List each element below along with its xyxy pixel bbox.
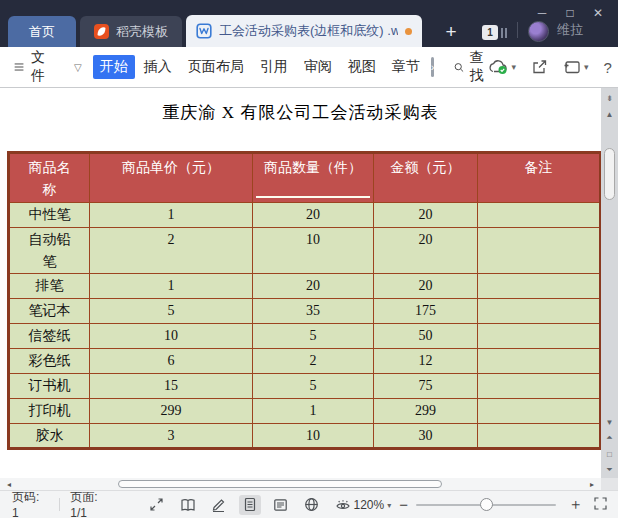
zoom-level-label[interactable]: 120% (354, 498, 385, 512)
file-menu-button[interactable]: 文件 (14, 49, 50, 85)
eye-protect-button[interactable] (332, 495, 354, 515)
horizontal-scroll-thumb[interactable] (118, 480, 442, 488)
table-cell[interactable]: 175 (374, 299, 478, 324)
scroll-down-arrow[interactable]: ▼ (606, 414, 614, 430)
menu-tab-引用[interactable]: 引用 (253, 55, 295, 79)
table-cell[interactable]: 订书机 (9, 374, 90, 399)
table-cell[interactable] (478, 374, 601, 399)
table-cell[interactable]: 打印机 (9, 399, 90, 424)
previous-page-button[interactable]: ⏶ (606, 430, 614, 446)
browse-object-button[interactable]: □ (606, 446, 614, 462)
table-cell[interactable] (478, 399, 601, 424)
table-cell[interactable]: 10 (90, 324, 253, 349)
table-cell[interactable]: 5 (253, 374, 374, 399)
table-cell[interactable]: 2 (90, 228, 253, 274)
table-cell[interactable]: 2 (253, 349, 374, 374)
user-avatar[interactable] (528, 21, 549, 42)
zoom-dropdown-icon[interactable]: ▾ (387, 501, 391, 510)
table-cell[interactable]: 30 (374, 424, 478, 449)
next-page-button[interactable]: ⏷ (606, 462, 614, 478)
scroll-up-arrow[interactable]: ▲ (601, 106, 618, 122)
table-cell[interactable]: 1 (90, 274, 253, 299)
table-cell[interactable]: 10 (253, 424, 374, 449)
cloud-sync-button[interactable]: ▾ (488, 59, 516, 75)
write-mode-button[interactable] (208, 495, 230, 515)
table-cell[interactable]: 75 (374, 374, 478, 399)
table-cell[interactable]: 20 (253, 203, 374, 228)
outline-view-button[interactable] (270, 495, 292, 515)
username-label[interactable]: 维拉 (557, 21, 583, 39)
table-cell[interactable]: 6 (90, 349, 253, 374)
table-cell[interactable]: 3 (90, 424, 253, 449)
menu-tab-页面布局[interactable]: 页面布局 (181, 55, 251, 79)
find-button[interactable]: 查找 (454, 49, 488, 85)
table-header-cell[interactable]: 金额（元） (374, 153, 478, 203)
menu-tab-开始[interactable]: 开始 (93, 55, 135, 79)
table-cell[interactable]: 1 (253, 399, 374, 424)
scroll-left-arrow[interactable]: ◂ (0, 480, 18, 489)
new-tab-button[interactable]: + (436, 21, 466, 43)
more-tabs-button[interactable]: › (431, 57, 435, 77)
table-cell[interactable] (478, 324, 601, 349)
table-cell[interactable]: 彩色纸 (9, 349, 90, 374)
table-cell[interactable]: 20 (253, 274, 374, 299)
ribbon-dropdown-icon[interactable]: ▽ (74, 62, 82, 73)
scroll-right-arrow[interactable]: ▸ (583, 480, 601, 489)
tab-home[interactable]: 首页 (8, 16, 76, 47)
table-cell[interactable] (478, 424, 601, 449)
menu-tab-章节[interactable]: 章节 (385, 55, 427, 79)
table-cell[interactable]: 笔记本 (9, 299, 90, 324)
read-layout-button[interactable] (177, 495, 199, 515)
document-heading[interactable]: 重庆渝 X 有限公司工会活动采购表 (0, 101, 601, 124)
table-cell[interactable]: 20 (374, 203, 478, 228)
table-cell[interactable] (478, 349, 601, 374)
table-header-cell[interactable]: 备注 (478, 153, 601, 203)
table-cell[interactable] (478, 299, 601, 324)
table-cell[interactable]: 20 (374, 274, 478, 299)
table-cell[interactable]: 10 (253, 228, 374, 274)
table-header-cell[interactable]: 商品名 称 (9, 153, 90, 203)
table-cell[interactable]: 299 (90, 399, 253, 424)
tab-document[interactable]: 工会活动采购表(边框和底纹) .wps (186, 15, 422, 47)
table-header-cell[interactable]: 商品单价（元） (90, 153, 253, 203)
table-cell[interactable]: 中性笔 (9, 203, 90, 228)
table-cell[interactable]: 5 (253, 324, 374, 349)
table-cell[interactable]: 1 (90, 203, 253, 228)
table-cell[interactable]: 50 (374, 324, 478, 349)
table-cell[interactable]: 20 (374, 228, 478, 274)
horizontal-scrollbar[interactable]: ◂ ▸ (0, 478, 601, 490)
share-button[interactable] (531, 59, 548, 75)
table-cell[interactable]: 自动铅 笔 (9, 228, 90, 274)
tab-count-button[interactable]: 1 (482, 25, 507, 40)
new-window-button[interactable]: ▾ (563, 59, 589, 75)
ruler-toggle-icon[interactable]: ⇟ (601, 90, 618, 106)
table-cell[interactable] (478, 203, 601, 228)
zoom-slider[interactable] (416, 504, 556, 506)
document-page[interactable]: 重庆渝 X 有限公司工会活动采购表 商品名 称商品单价（元）商品数量（件）金额（… (0, 88, 601, 478)
table-cell[interactable]: 35 (253, 299, 374, 324)
web-view-button[interactable] (301, 495, 323, 515)
vertical-scroll-thumb[interactable] (604, 148, 615, 200)
table-cell[interactable]: 12 (374, 349, 478, 374)
vertical-scrollbar[interactable]: ⇟ ▲ ▼ ⏶ □ ⏷ (601, 88, 618, 478)
table-cell[interactable]: 15 (90, 374, 253, 399)
table-header-cell[interactable]: 商品数量（件） (253, 153, 374, 203)
table-cell[interactable] (478, 228, 601, 274)
fit-page-button[interactable] (593, 496, 608, 514)
table-cell[interactable]: 信签纸 (9, 324, 90, 349)
menu-tab-审阅[interactable]: 审阅 (297, 55, 339, 79)
table-cell[interactable]: 胶水 (9, 424, 90, 449)
table-cell[interactable]: 5 (90, 299, 253, 324)
tab-docer[interactable]: 稻壳模板 (80, 16, 182, 47)
table-cell[interactable]: 299 (374, 399, 478, 424)
table-cell[interactable] (478, 274, 601, 299)
zoom-out-button[interactable]: − (399, 496, 408, 513)
page-view-button[interactable] (239, 495, 261, 515)
zoom-in-button[interactable]: ＋ (568, 495, 583, 514)
table-cell[interactable]: 排笔 (9, 274, 90, 299)
menu-tab-视图[interactable]: 视图 (341, 55, 383, 79)
menu-tab-插入[interactable]: 插入 (137, 55, 179, 79)
help-button[interactable]: ? (603, 59, 611, 76)
fullscreen-view-button[interactable] (146, 495, 168, 515)
zoom-slider-thumb[interactable] (480, 498, 493, 511)
